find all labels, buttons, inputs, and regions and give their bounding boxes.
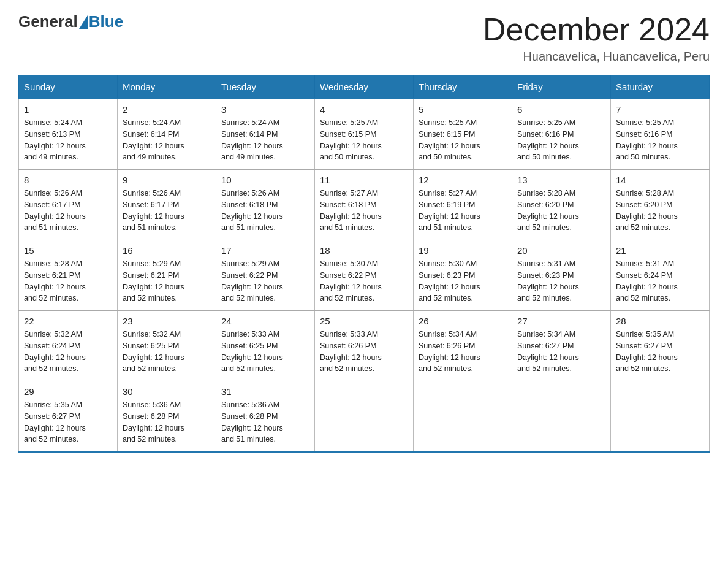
day-info: Sunrise: 5:25 AMSunset: 6:15 PMDaylight:… [419, 117, 507, 163]
day-info: Sunrise: 5:26 AMSunset: 6:18 PMDaylight:… [221, 188, 309, 234]
calendar-cell: 31 Sunrise: 5:36 AMSunset: 6:28 PMDaylig… [216, 381, 315, 453]
day-number: 12 [419, 175, 507, 185]
day-number: 30 [123, 386, 211, 397]
calendar-cell: 5 Sunrise: 5:25 AMSunset: 6:15 PMDayligh… [414, 99, 512, 170]
day-number: 15 [24, 245, 112, 256]
day-info: Sunrise: 5:31 AMSunset: 6:23 PMDaylight:… [517, 258, 605, 304]
calendar-cell: 9 Sunrise: 5:26 AMSunset: 6:17 PMDayligh… [118, 170, 216, 240]
day-info: Sunrise: 5:24 AMSunset: 6:14 PMDaylight:… [123, 117, 211, 163]
day-info: Sunrise: 5:28 AMSunset: 6:20 PMDaylight:… [517, 188, 605, 234]
day-number: 16 [123, 245, 211, 256]
calendar-cell: 21 Sunrise: 5:31 AMSunset: 6:24 PMDaylig… [611, 240, 710, 311]
day-info: Sunrise: 5:26 AMSunset: 6:17 PMDaylight:… [24, 188, 112, 234]
day-number: 2 [123, 104, 211, 115]
header-monday: Monday [118, 75, 216, 99]
day-number: 13 [517, 175, 605, 185]
day-number: 31 [221, 386, 309, 397]
calendar-week-3: 15 Sunrise: 5:28 AMSunset: 6:21 PMDaylig… [19, 240, 710, 311]
day-number: 10 [221, 175, 309, 185]
day-number: 23 [123, 316, 211, 326]
day-info: Sunrise: 5:28 AMSunset: 6:21 PMDaylight:… [24, 258, 112, 304]
calendar-cell [414, 381, 512, 453]
day-number: 3 [221, 104, 309, 115]
calendar-header: Sunday Monday Tuesday Wednesday Thursday… [19, 75, 710, 99]
day-info: Sunrise: 5:29 AMSunset: 6:21 PMDaylight:… [123, 258, 211, 304]
calendar-cell: 2 Sunrise: 5:24 AMSunset: 6:14 PMDayligh… [118, 99, 216, 170]
calendar-cell: 10 Sunrise: 5:26 AMSunset: 6:18 PMDaylig… [216, 170, 315, 240]
day-number: 1 [24, 104, 112, 115]
header-saturday: Saturday [611, 75, 710, 99]
calendar-cell: 27 Sunrise: 5:34 AMSunset: 6:27 PMDaylig… [512, 311, 611, 381]
day-number: 7 [616, 104, 704, 115]
calendar-cell: 24 Sunrise: 5:33 AMSunset: 6:25 PMDaylig… [216, 311, 315, 381]
month-title: December 2024 [483, 12, 710, 47]
day-number: 27 [517, 316, 605, 326]
calendar-cell: 26 Sunrise: 5:34 AMSunset: 6:26 PMDaylig… [414, 311, 512, 381]
calendar-cell: 17 Sunrise: 5:29 AMSunset: 6:22 PMDaylig… [216, 240, 315, 311]
day-info: Sunrise: 5:27 AMSunset: 6:19 PMDaylight:… [419, 188, 507, 234]
day-info: Sunrise: 5:36 AMSunset: 6:28 PMDaylight:… [123, 399, 211, 445]
day-info: Sunrise: 5:25 AMSunset: 6:16 PMDaylight:… [517, 117, 605, 163]
header-wednesday: Wednesday [315, 75, 414, 99]
header-sunday: Sunday [19, 75, 118, 99]
day-number: 5 [419, 104, 507, 115]
calendar-cell: 14 Sunrise: 5:28 AMSunset: 6:20 PMDaylig… [611, 170, 710, 240]
calendar-cell: 16 Sunrise: 5:29 AMSunset: 6:21 PMDaylig… [118, 240, 216, 311]
calendar-cell: 12 Sunrise: 5:27 AMSunset: 6:19 PMDaylig… [414, 170, 512, 240]
location-title: Huancavelica, Huancavelica, Peru [483, 50, 710, 64]
calendar-cell: 7 Sunrise: 5:25 AMSunset: 6:16 PMDayligh… [611, 99, 710, 170]
day-info: Sunrise: 5:36 AMSunset: 6:28 PMDaylight:… [221, 399, 309, 445]
day-number: 9 [123, 175, 211, 185]
calendar-cell: 13 Sunrise: 5:28 AMSunset: 6:20 PMDaylig… [512, 170, 611, 240]
header-thursday: Thursday [414, 75, 512, 99]
day-info: Sunrise: 5:35 AMSunset: 6:27 PMDaylight:… [24, 399, 112, 445]
calendar-cell: 19 Sunrise: 5:30 AMSunset: 6:23 PMDaylig… [414, 240, 512, 311]
calendar-week-2: 8 Sunrise: 5:26 AMSunset: 6:17 PMDayligh… [19, 170, 710, 240]
calendar-week-5: 29 Sunrise: 5:35 AMSunset: 6:27 PMDaylig… [19, 381, 710, 453]
calendar-cell: 28 Sunrise: 5:35 AMSunset: 6:27 PMDaylig… [611, 311, 710, 381]
calendar-cell: 25 Sunrise: 5:33 AMSunset: 6:26 PMDaylig… [315, 311, 414, 381]
logo: General Blue [18, 12, 123, 31]
calendar-week-4: 22 Sunrise: 5:32 AMSunset: 6:24 PMDaylig… [19, 311, 710, 381]
calendar-cell [512, 381, 611, 453]
day-number: 20 [517, 245, 605, 256]
day-info: Sunrise: 5:26 AMSunset: 6:17 PMDaylight:… [123, 188, 211, 234]
day-info: Sunrise: 5:34 AMSunset: 6:26 PMDaylight:… [419, 329, 507, 375]
header-row: Sunday Monday Tuesday Wednesday Thursday… [19, 75, 710, 99]
day-number: 6 [517, 104, 605, 115]
day-number: 14 [616, 175, 704, 185]
day-info: Sunrise: 5:33 AMSunset: 6:25 PMDaylight:… [221, 329, 309, 375]
day-number: 28 [616, 316, 704, 326]
day-info: Sunrise: 5:33 AMSunset: 6:26 PMDaylight:… [320, 329, 408, 375]
calendar-cell [611, 381, 710, 453]
day-number: 4 [320, 104, 408, 115]
day-number: 19 [419, 245, 507, 256]
day-info: Sunrise: 5:30 AMSunset: 6:22 PMDaylight:… [320, 258, 408, 304]
day-info: Sunrise: 5:35 AMSunset: 6:27 PMDaylight:… [616, 329, 704, 375]
calendar-cell: 20 Sunrise: 5:31 AMSunset: 6:23 PMDaylig… [512, 240, 611, 311]
calendar-cell: 15 Sunrise: 5:28 AMSunset: 6:21 PMDaylig… [19, 240, 118, 311]
day-info: Sunrise: 5:31 AMSunset: 6:24 PMDaylight:… [616, 258, 704, 304]
calendar-cell: 30 Sunrise: 5:36 AMSunset: 6:28 PMDaylig… [118, 381, 216, 453]
logo-general-text: General [18, 12, 78, 31]
day-number: 24 [221, 316, 309, 326]
day-info: Sunrise: 5:24 AMSunset: 6:13 PMDaylight:… [24, 117, 112, 163]
logo-triangle-icon [79, 15, 88, 29]
calendar-cell: 18 Sunrise: 5:30 AMSunset: 6:22 PMDaylig… [315, 240, 414, 311]
day-info: Sunrise: 5:25 AMSunset: 6:15 PMDaylight:… [320, 117, 408, 163]
day-number: 21 [616, 245, 704, 256]
day-number: 11 [320, 175, 408, 185]
logo-blue-text: Blue [89, 12, 123, 31]
title-area: December 2024 Huancavelica, Huancavelica… [483, 12, 710, 64]
calendar-cell: 8 Sunrise: 5:26 AMSunset: 6:17 PMDayligh… [19, 170, 118, 240]
day-info: Sunrise: 5:29 AMSunset: 6:22 PMDaylight:… [221, 258, 309, 304]
day-info: Sunrise: 5:32 AMSunset: 6:24 PMDaylight:… [24, 329, 112, 375]
day-number: 8 [24, 175, 112, 185]
day-number: 25 [320, 316, 408, 326]
day-number: 22 [24, 316, 112, 326]
day-number: 26 [419, 316, 507, 326]
calendar-cell: 3 Sunrise: 5:24 AMSunset: 6:14 PMDayligh… [216, 99, 315, 170]
calendar-body: 1 Sunrise: 5:24 AMSunset: 6:13 PMDayligh… [19, 99, 710, 452]
day-number: 29 [24, 386, 112, 397]
calendar-cell: 1 Sunrise: 5:24 AMSunset: 6:13 PMDayligh… [19, 99, 118, 170]
